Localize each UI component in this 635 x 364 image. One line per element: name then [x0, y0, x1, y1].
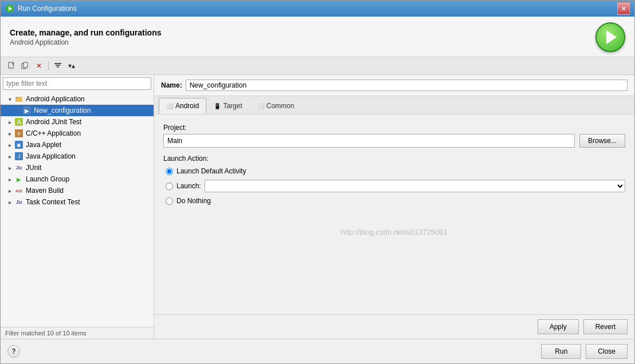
- tab-target[interactable]: 📱 Target: [206, 98, 249, 114]
- radio-launch-default[interactable]: [166, 168, 173, 175]
- header-text: Create, manage, and run configurations A…: [10, 28, 162, 46]
- radio-do-nothing-label: Do Nothing: [177, 197, 211, 205]
- header-title: Create, manage, and run configurations: [10, 28, 162, 37]
- close-button[interactable]: ✕: [617, 2, 630, 15]
- header-section: Create, manage, and run configurations A…: [1, 17, 634, 57]
- tree-item-label: Task Context Test: [26, 198, 80, 206]
- maven-icon: m2: [14, 186, 23, 195]
- duplicate-button[interactable]: [19, 60, 32, 72]
- tree-item-android-app-group[interactable]: ▾ Android Application: [1, 93, 154, 105]
- android-tab-icon: ⬜: [166, 103, 173, 109]
- toolbar: ✕ ▾▴: [1, 57, 634, 75]
- expand-icon: ▸: [9, 119, 14, 125]
- filter-icon: [54, 62, 62, 70]
- svg-rect-9: [56, 65, 60, 66]
- delete-button[interactable]: ✕: [33, 60, 45, 72]
- title-bar-controls: ✕: [617, 2, 630, 15]
- tab-common[interactable]: ⬜ Common: [250, 98, 302, 114]
- watermark-text: http://blog.csdn.net/u013725001: [163, 228, 625, 236]
- cpp-icon: c: [14, 129, 23, 138]
- browse-button[interactable]: Browse...: [579, 134, 625, 148]
- svg-rect-12: [15, 97, 18, 98]
- tree-item-label: Maven Build: [26, 187, 64, 195]
- tree-item-launch-group[interactable]: ▸ ▶ Launch Group: [1, 173, 154, 185]
- right-panel: Name: ⬜ Android 📱 Target ⬜ Common: [154, 75, 634, 339]
- tree-item-task-context[interactable]: ▸ Ju Task Context Test: [1, 196, 154, 208]
- project-field: Project: Browse...: [163, 124, 625, 148]
- title-bar: Run Configurations ✕: [1, 1, 634, 17]
- close-button[interactable]: Close: [586, 344, 628, 359]
- launch-action-field: Launch Action: Launch Default Activity L…: [163, 155, 625, 205]
- bottom-buttons: Apply Revert: [154, 314, 634, 339]
- tree-item-label: Android JUnit Test: [26, 118, 81, 126]
- tree-item-maven[interactable]: ▸ m2 Maven Build: [1, 185, 154, 196]
- tree-item-cpp[interactable]: ▸ c C/C++ Application: [1, 128, 154, 139]
- run-icon[interactable]: [595, 22, 625, 52]
- tab-common-label: Common: [266, 102, 295, 110]
- apply-button[interactable]: Apply: [538, 319, 579, 334]
- new-icon: [7, 62, 15, 70]
- radio-launch-default-row: Launch Default Activity: [166, 167, 625, 175]
- project-row: Browse...: [163, 134, 625, 148]
- applet-icon: ▣: [14, 140, 23, 149]
- tree-item-label: Java Applet: [26, 141, 61, 149]
- header-subtitle: Android Application: [10, 38, 162, 46]
- revert-button[interactable]: Revert: [583, 319, 628, 334]
- svg-rect-8: [54, 63, 61, 64]
- tabs-bar: ⬜ Android 📱 Target ⬜ Common: [154, 96, 634, 114]
- tab-content-android: Project: Browse... Launch Action: Launch…: [154, 114, 634, 314]
- expand-icon: ▸: [9, 165, 14, 171]
- expand-icon: ▸: [9, 176, 14, 183]
- config-icon: ▶: [22, 106, 32, 115]
- tree-item-label: JUnit: [26, 164, 41, 172]
- filter-status: Filter matched 10 of 10 items: [1, 327, 154, 339]
- svg-rect-7: [23, 62, 28, 68]
- common-tab-icon: ⬜: [257, 103, 264, 109]
- project-label: Project:: [163, 124, 625, 132]
- filter-input[interactable]: [3, 77, 151, 90]
- expand-icon: ▸: [9, 188, 14, 194]
- svg-rect-10: [57, 66, 59, 68]
- expand-icon: ▸: [9, 130, 14, 137]
- tree-item-android-junit[interactable]: ▸ A Android JUnit Test: [1, 116, 154, 128]
- window-title: Run Configurations: [18, 5, 77, 13]
- filter-button[interactable]: [52, 60, 64, 72]
- run-button[interactable]: Run: [541, 344, 581, 359]
- title-bar-left: Run Configurations: [5, 4, 77, 13]
- new-config-button[interactable]: [5, 60, 18, 72]
- radio-launch-row: Launch:: [166, 180, 625, 192]
- project-input[interactable]: [163, 134, 575, 148]
- tab-target-label: Target: [223, 102, 242, 110]
- tree-item-label: Launch Group: [26, 175, 69, 183]
- tree-item-new-config[interactable]: ▶ New_configuration: [1, 105, 154, 116]
- window-icon: [5, 4, 14, 13]
- help-button[interactable]: ?: [7, 345, 20, 358]
- radio-launch-default-label: Launch Default Activity: [177, 167, 246, 175]
- radio-do-nothing[interactable]: [166, 197, 173, 205]
- radio-do-nothing-row: Do Nothing: [166, 197, 625, 205]
- duplicate-icon: [21, 62, 29, 70]
- tree-area: ▾ Android Application ▶ New_: [1, 92, 154, 327]
- tree-item-label: Java Application: [26, 152, 76, 160]
- tree-item-java-applet[interactable]: ▸ ▣ Java Applet: [1, 139, 154, 151]
- tree-item-junit[interactable]: ▸ Ju JUnit: [1, 162, 154, 173]
- radio-launch[interactable]: [166, 183, 173, 190]
- tab-android[interactable]: ⬜ Android: [159, 98, 206, 114]
- tree-item-label: Android Application: [26, 95, 85, 103]
- tree-item-label: C/C++ Application: [26, 129, 81, 137]
- name-label: Name:: [161, 81, 182, 89]
- expand-icon: ▸: [9, 153, 14, 160]
- name-row: Name:: [154, 75, 634, 96]
- radio-launch-label: Launch:: [177, 182, 201, 190]
- expand-icon: ▾: [9, 96, 14, 102]
- android-group-icon: [14, 94, 23, 104]
- launch-action-label: Launch Action:: [163, 155, 625, 163]
- launch-dropdown[interactable]: [205, 180, 625, 192]
- radio-group: Launch Default Activity Launch: Do Nothi…: [166, 167, 625, 205]
- java-icon: J: [14, 152, 23, 161]
- collapse-button[interactable]: ▾▴: [65, 60, 78, 72]
- target-tab-icon: 📱: [214, 103, 221, 109]
- name-input[interactable]: [186, 80, 628, 91]
- junit-icon: Ju: [14, 163, 23, 172]
- tree-item-java-app[interactable]: ▸ J Java Application: [1, 151, 154, 162]
